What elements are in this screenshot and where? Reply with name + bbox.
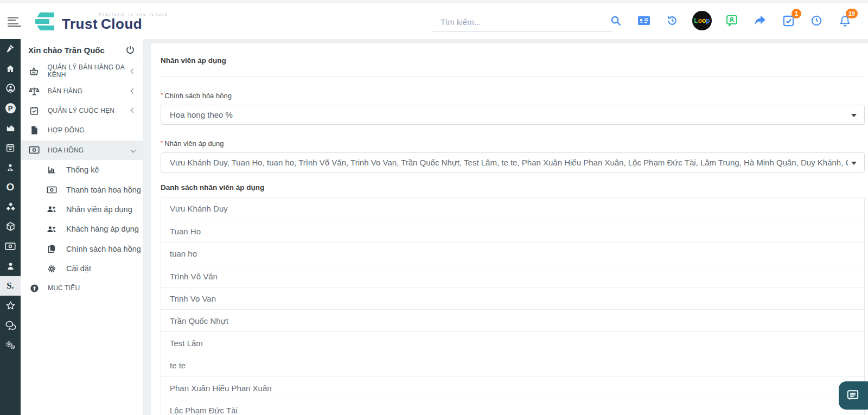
employees-field-label: *Nhân viên áp dụng (161, 139, 865, 148)
notifications-badge: 19 (846, 9, 858, 18)
notifications-bell-icon[interactable]: 19 (837, 12, 853, 29)
file-icon (27, 125, 41, 135)
required-asterisk: * (161, 92, 163, 98)
sidebar-subitem-label: Nhân viên áp dụng (66, 205, 132, 214)
sidebar-item-label: QUẢN LÝ CUỘC HẸN (48, 107, 114, 114)
sidebar-subitem-thanh-toan-hoa-hong[interactable]: Thanh toán hoa hồng (21, 180, 143, 199)
tasks-badge: 1 (792, 9, 801, 18)
rail-cube-icon[interactable] (0, 217, 21, 237)
rail-cogs-icon[interactable] (0, 335, 21, 355)
search-icon[interactable] (608, 12, 624, 29)
content-panel: Nhân viên áp dụng *Chính sách hóa hồng H… (151, 43, 868, 415)
brand-word-2: Cloud (101, 16, 142, 32)
bar-chart-icon (44, 165, 59, 174)
history-icon[interactable] (664, 12, 680, 29)
brand-word-1: Trust (62, 16, 98, 32)
greeting-text: Xin chào Trần Quốc (28, 46, 125, 55)
loop-avatar[interactable]: Loop (692, 11, 712, 30)
rail-money-bill-icon[interactable] (0, 237, 21, 256)
sidebar-subitem-label: Chính sách hóa hồng (66, 245, 141, 253)
sidebar-item-hop-dong[interactable]: HỢP ĐỒNG (21, 120, 143, 140)
rail-user-icon[interactable] (0, 256, 21, 276)
basket-icon (27, 67, 41, 76)
rail-user-circle-icon[interactable] (0, 79, 21, 98)
header-actions: Loop 1 19 (608, 11, 853, 30)
employees-multiselect[interactable]: Vưu Khánh Duy, Tuan Ho, tuan ho, Trình V… (161, 152, 865, 173)
sidebar-subitem-label: Cài đặt (66, 264, 91, 273)
sidebar-item-muc-tieu[interactable]: MỤC TIÊU (21, 278, 143, 298)
share-icon[interactable] (752, 12, 768, 29)
sidebar-subitem-label: Thanh toán hoa hồng (66, 186, 141, 194)
money-bill-icon (27, 146, 41, 154)
sidebar-item-ban-hang[interactable]: BÁN HÀNG (21, 81, 143, 100)
title-divider (161, 76, 865, 77)
employees-multiselect-value: Vưu Khánh Duy, Tuan Ho, tuan ho, Trình V… (170, 158, 848, 167)
rail-agent-icon[interactable] (0, 157, 21, 177)
policy-select-value: Hoa hong theo % (170, 110, 233, 119)
hamburger-menu-icon[interactable] (8, 16, 23, 28)
employee-list: Vưu Khánh Duy Tuan Ho tuan ho Trình Võ V… (161, 197, 865, 415)
sidebar-subitem-thong-ke[interactable]: Thống kê (21, 160, 143, 180)
id-card-icon[interactable] (636, 12, 652, 29)
sidebar-item-label: QUẢN LÝ BÁN HÀNG ĐA KÊNH (47, 63, 143, 79)
sidebar-item-quan-ly-ban-hang-da-kenh[interactable]: QUẢN LÝ BÁN HÀNG ĐA KÊNH (21, 61, 143, 81)
chevron-down-icon (131, 147, 136, 152)
employee-list-item: Trinh Vo Van (161, 287, 864, 309)
chevron-left-icon (131, 108, 136, 113)
sidebar-subitem-label: Khách hàng áp dụng (66, 225, 139, 233)
sidebar-subitem-cai-dat[interactable]: Cài đặt (21, 259, 143, 278)
employee-list-item: tuan ho (161, 242, 864, 264)
users-icon (44, 225, 59, 233)
sidebar-subitem-label: Thống kê (66, 165, 99, 174)
page-title: Nhân viên áp dụng (161, 56, 865, 65)
sidebar: Xin chào Trần Quốc QUẢN LÝ BÁN HÀNG ĐA K… (21, 39, 143, 415)
brand-tagline: Platform is the future (99, 12, 169, 17)
employee-list-item: Test Lâm (161, 331, 864, 354)
rail-star-icon[interactable] (0, 296, 21, 315)
rail-s-module-active[interactable]: S. (0, 276, 21, 296)
employee-list-item: te te (161, 354, 864, 376)
sidebar-item-hoa-hong[interactable]: HOA HỒNG (21, 141, 143, 160)
policy-field-label: *Chính sách hóa hồng (161, 92, 865, 100)
sidebar-subitem-nhan-vien-ap-dung[interactable]: Nhân viên áp dụng (21, 200, 143, 219)
caret-down-icon (851, 114, 857, 117)
employee-list-item: Tuan Ho (161, 220, 864, 242)
rail-p-module[interactable]: P (0, 98, 21, 118)
brand-mark-icon (34, 11, 56, 33)
app-rail: P O S. (0, 39, 21, 415)
policy-select[interactable]: Hoa hong theo % (161, 105, 865, 125)
sidebar-item-quan-ly-cuoc-hen[interactable]: QUẢN LÝ CUỘC HẸN (21, 101, 143, 120)
search-input[interactable] (433, 14, 613, 31)
caret-down-icon (851, 162, 857, 165)
rail-gavel-icon[interactable] (0, 39, 21, 59)
employee-list-item: Trần Quốc Nhựt (161, 309, 864, 331)
money-bill-icon (44, 186, 59, 194)
rail-area-chart-icon[interactable] (0, 118, 21, 138)
rail-o-module[interactable]: O (0, 177, 21, 197)
users-icon (44, 205, 59, 213)
rail-home-icon[interactable] (0, 59, 21, 78)
power-icon[interactable] (125, 45, 135, 55)
clock-icon[interactable] (808, 12, 825, 29)
tasks-check-icon[interactable]: 1 (780, 12, 796, 29)
chevron-left-icon (131, 88, 136, 94)
scale-icon (27, 86, 41, 96)
chat-widget-button[interactable] (839, 381, 868, 410)
employee-list-title: Danh sách nhân viên áp dụng (161, 183, 865, 191)
employee-list-item: Trình Võ Văn (161, 265, 864, 287)
copy-icon (44, 244, 59, 253)
rail-blocks-icon[interactable] (0, 197, 21, 216)
sidebar-subitem-khach-hang-ap-dung[interactable]: Khách hàng áp dụng (21, 219, 143, 239)
chat-user-icon[interactable] (724, 12, 740, 29)
required-asterisk: * (161, 139, 163, 146)
gear-icon (44, 264, 59, 273)
calendar-check-icon (27, 106, 41, 116)
chat-bubble-icon (846, 388, 860, 403)
app-header: Platform is the future TrustCloud Loop 1 (0, 3, 868, 39)
sidebar-subitem-chinh-sach-hoa-hong[interactable]: Chính sách hóa hồng (21, 239, 143, 259)
rail-calendar-icon[interactable] (0, 138, 21, 157)
rail-comments-icon[interactable] (0, 315, 21, 335)
sidebar-item-label: HOA HỒNG (48, 146, 84, 154)
brand-logo[interactable]: Platform is the future TrustCloud (34, 9, 142, 35)
sidebar-item-label: BÁN HÀNG (48, 87, 82, 95)
